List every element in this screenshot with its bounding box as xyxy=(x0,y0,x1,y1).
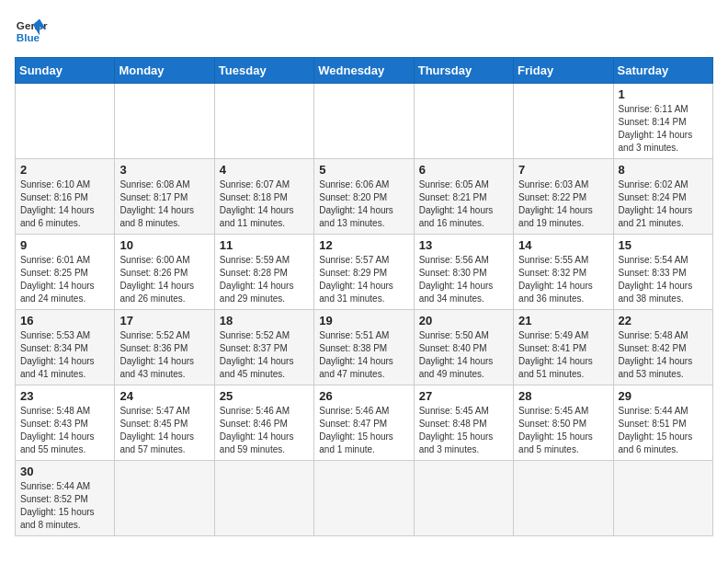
day-info: Sunrise: 5:45 AM Sunset: 8:48 PM Dayligh… xyxy=(419,405,508,456)
calendar-cell xyxy=(214,461,313,536)
day-number: 10 xyxy=(119,238,209,252)
day-number: 26 xyxy=(319,389,408,403)
calendar-cell: 28Sunrise: 5:45 AM Sunset: 8:50 PM Dayli… xyxy=(514,385,613,461)
calendar-cell: 16Sunrise: 5:53 AM Sunset: 8:34 PM Dayli… xyxy=(16,310,115,385)
weekday-header-monday: Monday xyxy=(115,58,214,84)
calendar-cell: 10Sunrise: 6:00 AM Sunset: 8:26 PM Dayli… xyxy=(115,235,214,310)
day-number: 17 xyxy=(119,314,209,327)
calendar-cell xyxy=(414,84,513,159)
calendar-cell: 21Sunrise: 5:49 AM Sunset: 8:41 PM Dayli… xyxy=(514,310,613,385)
calendar-cell: 8Sunrise: 6:02 AM Sunset: 8:24 PM Daylig… xyxy=(613,159,712,235)
day-number: 27 xyxy=(419,389,508,403)
calendar-cell: 18Sunrise: 5:52 AM Sunset: 8:37 PM Dayli… xyxy=(214,310,313,385)
calendar-week-2: 2Sunrise: 6:10 AM Sunset: 8:16 PM Daylig… xyxy=(16,159,713,235)
day-info: Sunrise: 6:02 AM Sunset: 8:24 PM Dayligh… xyxy=(619,178,708,230)
calendar-cell: 9Sunrise: 6:01 AM Sunset: 8:25 PM Daylig… xyxy=(16,235,115,310)
day-info: Sunrise: 6:08 AM Sunset: 8:17 PM Dayligh… xyxy=(119,178,209,230)
day-number: 19 xyxy=(319,314,408,327)
day-info: Sunrise: 5:57 AM Sunset: 8:29 PM Dayligh… xyxy=(319,254,408,305)
calendar-cell: 26Sunrise: 5:46 AM Sunset: 8:47 PM Dayli… xyxy=(314,385,414,461)
weekday-header-wednesday: Wednesday xyxy=(314,58,414,84)
calendar-cell xyxy=(314,461,414,536)
day-info: Sunrise: 5:44 AM Sunset: 8:51 PM Dayligh… xyxy=(619,405,708,456)
calendar-cell xyxy=(613,461,712,536)
day-info: Sunrise: 5:54 AM Sunset: 8:33 PM Dayligh… xyxy=(619,254,708,305)
day-info: Sunrise: 6:03 AM Sunset: 8:22 PM Dayligh… xyxy=(518,178,608,230)
day-number: 22 xyxy=(619,314,708,327)
day-number: 1 xyxy=(619,87,708,101)
day-info: Sunrise: 5:45 AM Sunset: 8:50 PM Dayligh… xyxy=(518,405,608,456)
calendar-cell: 27Sunrise: 5:45 AM Sunset: 8:48 PM Dayli… xyxy=(414,385,513,461)
calendar-cell xyxy=(115,84,214,159)
day-info: Sunrise: 5:50 AM Sunset: 8:40 PM Dayligh… xyxy=(419,329,508,381)
day-info: Sunrise: 6:05 AM Sunset: 8:21 PM Dayligh… xyxy=(419,178,508,230)
day-info: Sunrise: 5:44 AM Sunset: 8:52 PM Dayligh… xyxy=(20,480,109,532)
calendar-week-3: 9Sunrise: 6:01 AM Sunset: 8:25 PM Daylig… xyxy=(16,235,713,310)
weekday-header-thursday: Thursday xyxy=(414,58,513,84)
calendar-cell: 29Sunrise: 5:44 AM Sunset: 8:51 PM Dayli… xyxy=(613,385,712,461)
day-number: 29 xyxy=(619,389,708,403)
day-number: 21 xyxy=(518,314,608,327)
day-info: Sunrise: 5:52 AM Sunset: 8:36 PM Dayligh… xyxy=(119,329,209,381)
day-info: Sunrise: 6:06 AM Sunset: 8:20 PM Dayligh… xyxy=(319,178,408,230)
calendar-cell xyxy=(514,84,613,159)
day-number: 6 xyxy=(419,163,508,177)
day-info: Sunrise: 5:51 AM Sunset: 8:38 PM Dayligh… xyxy=(319,329,408,381)
page-header: General Blue xyxy=(15,15,713,48)
weekday-header-saturday: Saturday xyxy=(613,58,712,84)
day-number: 3 xyxy=(119,163,209,177)
calendar-cell: 22Sunrise: 5:48 AM Sunset: 8:42 PM Dayli… xyxy=(613,310,712,385)
day-number: 12 xyxy=(319,238,408,252)
day-number: 2 xyxy=(20,163,109,177)
calendar-cell: 15Sunrise: 5:54 AM Sunset: 8:33 PM Dayli… xyxy=(613,235,712,310)
day-number: 16 xyxy=(20,314,109,327)
logo-icon: General Blue xyxy=(15,15,48,48)
calendar-cell: 11Sunrise: 5:59 AM Sunset: 8:28 PM Dayli… xyxy=(214,235,313,310)
day-info: Sunrise: 5:46 AM Sunset: 8:46 PM Dayligh… xyxy=(220,405,309,456)
day-number: 24 xyxy=(119,389,209,403)
day-info: Sunrise: 5:49 AM Sunset: 8:41 PM Dayligh… xyxy=(518,329,608,381)
calendar-week-1: 1Sunrise: 6:11 AM Sunset: 8:14 PM Daylig… xyxy=(16,84,713,159)
day-number: 8 xyxy=(619,163,708,177)
day-number: 7 xyxy=(518,163,608,177)
day-number: 4 xyxy=(220,163,309,177)
calendar-cell: 3Sunrise: 6:08 AM Sunset: 8:17 PM Daylig… xyxy=(115,159,214,235)
day-info: Sunrise: 5:46 AM Sunset: 8:47 PM Dayligh… xyxy=(319,405,408,456)
day-info: Sunrise: 6:10 AM Sunset: 8:16 PM Dayligh… xyxy=(20,178,109,230)
day-info: Sunrise: 6:00 AM Sunset: 8:26 PM Dayligh… xyxy=(119,254,209,305)
day-info: Sunrise: 5:48 AM Sunset: 8:42 PM Dayligh… xyxy=(619,329,708,381)
day-info: Sunrise: 5:52 AM Sunset: 8:37 PM Dayligh… xyxy=(220,329,309,381)
calendar-cell xyxy=(115,461,214,536)
calendar-cell xyxy=(214,84,313,159)
weekday-header-friday: Friday xyxy=(514,58,613,84)
calendar-cell: 1Sunrise: 6:11 AM Sunset: 8:14 PM Daylig… xyxy=(613,84,712,159)
day-number: 14 xyxy=(518,238,608,252)
day-number: 13 xyxy=(419,238,508,252)
day-info: Sunrise: 5:56 AM Sunset: 8:30 PM Dayligh… xyxy=(419,254,508,305)
day-info: Sunrise: 6:11 AM Sunset: 8:14 PM Dayligh… xyxy=(619,103,708,155)
calendar-cell: 25Sunrise: 5:46 AM Sunset: 8:46 PM Dayli… xyxy=(214,385,313,461)
calendar-week-6: 30Sunrise: 5:44 AM Sunset: 8:52 PM Dayli… xyxy=(16,461,713,536)
calendar-cell: 30Sunrise: 5:44 AM Sunset: 8:52 PM Dayli… xyxy=(16,461,115,536)
day-info: Sunrise: 5:47 AM Sunset: 8:45 PM Dayligh… xyxy=(119,405,209,456)
calendar-cell xyxy=(514,461,613,536)
day-info: Sunrise: 6:01 AM Sunset: 8:25 PM Dayligh… xyxy=(20,254,109,305)
weekday-header-row: SundayMondayTuesdayWednesdayThursdayFrid… xyxy=(16,58,713,84)
day-number: 30 xyxy=(20,465,109,478)
day-number: 15 xyxy=(619,238,708,252)
calendar-week-4: 16Sunrise: 5:53 AM Sunset: 8:34 PM Dayli… xyxy=(16,310,713,385)
calendar-cell: 12Sunrise: 5:57 AM Sunset: 8:29 PM Dayli… xyxy=(314,235,414,310)
day-info: Sunrise: 5:59 AM Sunset: 8:28 PM Dayligh… xyxy=(220,254,309,305)
svg-text:Blue: Blue xyxy=(17,31,40,43)
calendar-cell: 5Sunrise: 6:06 AM Sunset: 8:20 PM Daylig… xyxy=(314,159,414,235)
calendar-cell xyxy=(414,461,513,536)
day-number: 25 xyxy=(220,389,309,403)
day-number: 9 xyxy=(20,238,109,252)
logo: General Blue xyxy=(15,15,48,48)
calendar-cell: 2Sunrise: 6:10 AM Sunset: 8:16 PM Daylig… xyxy=(16,159,115,235)
calendar-cell: 6Sunrise: 6:05 AM Sunset: 8:21 PM Daylig… xyxy=(414,159,513,235)
weekday-header-sunday: Sunday xyxy=(16,58,115,84)
calendar-cell: 7Sunrise: 6:03 AM Sunset: 8:22 PM Daylig… xyxy=(514,159,613,235)
day-number: 23 xyxy=(20,389,109,403)
calendar-cell xyxy=(314,84,414,159)
